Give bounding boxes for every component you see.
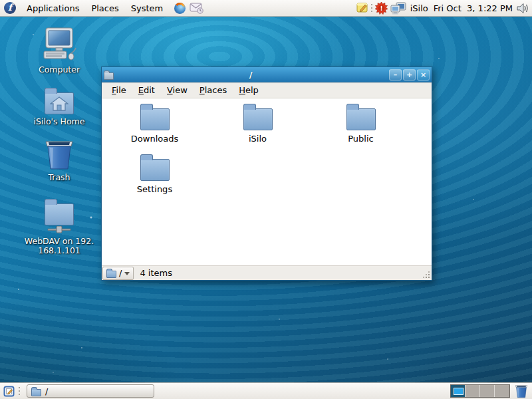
show-desktop-icon (3, 386, 15, 397)
folder-label: Settings (137, 184, 172, 194)
resize-grip[interactable] (422, 271, 430, 279)
desktop-icon-label: Computer (39, 65, 80, 74)
location-folder-icon (106, 271, 116, 278)
desktop-icon-home[interactable]: iSilo's Home (22, 86, 96, 126)
user-switcher[interactable]: iSilo (410, 3, 428, 13)
folder-label: iSilo (249, 134, 267, 144)
network-monitors-icon[interactable] (390, 2, 406, 15)
window-titlebar[interactable]: / – + × (102, 67, 432, 82)
folder-icon (346, 108, 376, 130)
task-folder-icon (31, 389, 41, 396)
desktop-icon-trash[interactable]: Trash (22, 138, 96, 182)
chevron-down-icon (124, 272, 130, 275)
top-panel: f Applications Places System (0, 0, 532, 17)
folder-item-downloads[interactable]: Downloads (103, 102, 206, 153)
firefox-launcher-icon[interactable] (174, 3, 186, 14)
file-manager-window: / – + × File Edit View Places Help Downl… (101, 66, 432, 281)
applet-separator (370, 2, 374, 14)
desktop-icon-label: WebDAV on 192. 168.1.101 (25, 237, 94, 256)
location-dropdown[interactable]: / (102, 267, 134, 280)
folder-view: Downloads iSilo Public Settings (102, 98, 432, 265)
computer-icon (40, 27, 78, 63)
desktop-icon-computer[interactable]: Computer (22, 27, 96, 74)
update-alert-icon[interactable] (375, 2, 388, 15)
minimize-button[interactable]: – (389, 69, 402, 80)
folder-item-public[interactable]: Public (309, 102, 412, 153)
task-window-title: / (45, 386, 48, 396)
window-title: / (114, 70, 388, 80)
home-folder-icon (45, 92, 74, 114)
folder-item-settings[interactable]: Settings (103, 153, 206, 203)
network-connector-icon (47, 226, 71, 234)
items-count: 4 items (140, 268, 172, 278)
folder-item-isilo[interactable]: iSilo (206, 102, 309, 153)
house-icon (50, 96, 68, 111)
window-menubar: File Edit View Places Help (102, 82, 432, 98)
bottom-panel: / (0, 382, 532, 399)
fedora-logo-icon[interactable]: f (4, 2, 16, 14)
menu-file[interactable]: File (106, 83, 132, 97)
folder-icon (140, 159, 170, 181)
show-desktop-button[interactable] (2, 384, 16, 398)
applet-separator (17, 385, 21, 397)
workspace-3[interactable] (480, 385, 495, 397)
desktop-icon-label: Trash (48, 173, 70, 182)
menu-system[interactable]: System (125, 1, 169, 15)
workspace-switcher (450, 384, 510, 398)
folder-icon (140, 108, 170, 130)
desktop-icon-label: iSilo's Home (34, 117, 85, 126)
network-folder-icon (45, 203, 74, 225)
menu-places[interactable]: Places (194, 83, 233, 97)
trash-icon (43, 138, 76, 170)
window-statusbar: / 4 items (102, 265, 432, 280)
desktop-wallpaper: Computer iSilo's Home Trash (0, 0, 532, 399)
workspace-1[interactable] (451, 385, 466, 397)
clock[interactable]: Fri Oct 3, 1:22 PM (434, 3, 513, 13)
maximize-button[interactable]: + (403, 69, 416, 80)
taskbar-window-button[interactable]: / (27, 384, 154, 398)
menu-edit[interactable]: Edit (132, 83, 161, 97)
close-button[interactable]: × (417, 69, 430, 80)
folder-label: Downloads (131, 134, 178, 144)
menu-help[interactable]: Help (233, 83, 265, 97)
window-folder-icon (104, 72, 114, 80)
folder-icon (243, 108, 273, 130)
trash-applet-icon[interactable] (514, 384, 529, 398)
selinux-alert-icon[interactable] (356, 2, 368, 14)
workspace-4[interactable] (495, 385, 509, 397)
desktop-icon-webdav[interactable]: WebDAV on 192. 168.1.101 (22, 198, 96, 256)
menu-places-panel[interactable]: Places (85, 1, 124, 15)
menu-view[interactable]: View (161, 83, 194, 97)
location-path: / (119, 268, 122, 278)
menu-applications[interactable]: Applications (21, 1, 85, 15)
folder-label: Public (348, 134, 373, 144)
email-launcher-icon[interactable] (190, 3, 204, 14)
volume-icon[interactable] (517, 3, 529, 14)
workspace-2[interactable] (466, 385, 480, 397)
